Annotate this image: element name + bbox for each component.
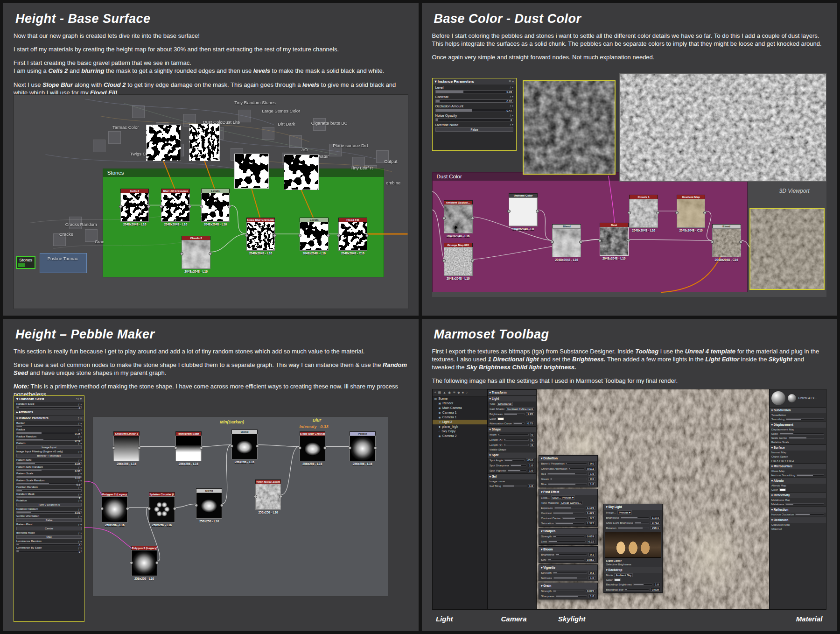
slider-random-seed[interactable]: 0: [16, 406, 82, 409]
section-reflectivity[interactable]: ▾ Reflectivity: [770, 492, 826, 498]
node-clouds-1[interactable]: Clouds 12048x2048 - L16: [629, 195, 658, 232]
row-mode[interactable]: ModeAmbient Sky: [604, 573, 662, 578]
row-image[interactable]: Image...Presets ▾: [604, 510, 662, 515]
slider-noise-opacity[interactable]: 0: [435, 118, 514, 121]
tree-item-render[interactable]: ▣Render: [433, 401, 487, 406]
dropdown-rotation[interactable]: Turn 0 Degrees 0: [16, 503, 82, 507]
row-scale[interactable]: Scale: [770, 432, 826, 436]
row-relative-scale[interactable]: Relative Scale: [770, 440, 826, 444]
row-gel-tiling[interactable]: Gel Tiling1.0: [488, 484, 536, 489]
row-brightness[interactable]: Brightness1.173: [604, 515, 662, 521]
node-blend[interactable]: Blend2048x2048 - L16: [552, 224, 581, 261]
row-strength[interactable]: Strength0.039: [539, 534, 597, 539]
node-levels[interactable]: Levels2048x2048 - L16: [300, 218, 329, 255]
section-transform[interactable]: ▾ Transform: [488, 389, 536, 395]
row-spot-angle[interactable]: Spot Angle65.0: [488, 458, 536, 463]
row-barrel-pincushion[interactable]: Barrel / Pincushion0.0: [539, 461, 597, 466]
node-pebble[interactable]: Pebble256x256 - L16: [350, 431, 376, 466]
panel-title-sharpen[interactable]: ▾ Sharpen: [539, 528, 597, 534]
tree-item-camera-1[interactable]: ◉Camera 1: [433, 410, 487, 415]
node-grunge-map-005[interactable]: Grunge Map 0052048x2048 - L16: [444, 243, 473, 280]
node-uniform-color[interactable]: Uniform Color2048x2048 - L8: [509, 193, 538, 231]
tree-item-main-camera[interactable]: ◉Main Camera: [433, 406, 487, 410]
section-instance-parameters[interactable]: ▾ Instance Parametersƒ ▾: [14, 415, 84, 421]
node-slope-blur-grayscale[interactable]: Slope Blur Grayscale256x256 - L16: [300, 431, 326, 466]
node-clouds-2[interactable]: Clouds 22048x2048 - L16: [182, 236, 210, 273]
node-polygon-2-legacy[interactable]: Polygon 2 (Legacy)256x256 - L16: [131, 546, 157, 580]
node-dust[interactable]: Dust2048x2048 - L16: [600, 223, 629, 260]
tree-item-plane-high[interactable]: ◆plane_high: [433, 424, 487, 429]
row-blue[interactable]: Blue1.0: [539, 482, 597, 487]
row-horizon-smoothing[interactable]: Horizon Smoothing: [770, 473, 826, 478]
section-microsurface[interactable]: ▾ Microsurface: [770, 463, 826, 469]
node-levels[interactable]: Levels2048x2048 - L16: [201, 189, 230, 226]
row-limit[interactable]: Limit0.22: [539, 539, 597, 544]
dropdown-centre-orientation[interactable]: False: [16, 518, 82, 522]
row-metalness[interactable]: Metalness: [770, 502, 826, 507]
tree-item-camera-2[interactable]: ◉Camera 2: [433, 434, 487, 438]
slider-random-mask[interactable]: 1: [16, 496, 82, 499]
node-blur-hq-grayscale[interactable]: Blur HQ Grayscale2048x2048 - L16: [161, 189, 190, 226]
section-attributes[interactable]: ▸ Attributes: [14, 409, 84, 415]
slider-contrast[interactable]: 0.05: [435, 99, 514, 103]
dropdown-image-input-filtering-engine-v5-only[interactable]: Bilinear + Mipmaps: [16, 454, 82, 458]
node-gradient-linear-1[interactable]: Gradient Linear 1256x256 - L16: [113, 431, 140, 466]
row-load[interactable]: Load...Save... Presets ▾: [539, 495, 597, 500]
row-albedo-map[interactable]: Albedo Map: [770, 484, 826, 488]
row-gloss-map[interactable]: Gloss Map: [770, 469, 826, 473]
section-reflection[interactable]: ▾ Reflection: [770, 507, 826, 513]
slider-rotation-random[interactable]: 0.22: [16, 511, 82, 514]
panel-title-grain[interactable]: ▾ Grain: [539, 583, 597, 589]
row-brightness[interactable]: Brightness0.1: [539, 552, 597, 557]
section-occlusion[interactable]: ▾ Occlusion: [770, 517, 826, 523]
row-red[interactable]: Red1.0: [539, 472, 597, 477]
slider-pattern-scale[interactable]: 1.13: [16, 476, 82, 478]
tree-item-scene[interactable]: ▤Scene: [433, 396, 487, 401]
node-splatter-circular-l[interactable]: Splatter Circular (L...256x256 - L16: [149, 492, 175, 527]
row-green[interactable]: Green0.0: [539, 477, 597, 482]
slider-radius[interactable]: 0.38: [16, 432, 82, 434]
row-length-x[interactable]: Length (X)0: [488, 437, 536, 443]
panel-title-bloom[interactable]: ▾ Bloom: [539, 547, 597, 552]
row-length-y[interactable]: Length (Y)0: [488, 443, 536, 448]
row-visible-shape[interactable]: Visible Shape: [488, 448, 536, 452]
row-spot-sharpness[interactable]: Spot Sharpness1.0: [488, 463, 536, 468]
node-slope-blur-grayscale[interactable]: Slope Blur Grayscale2048x2048 - L16: [246, 218, 275, 255]
color-swatch[interactable]: [614, 578, 621, 581]
node-blend[interactable]: Blend256x256 - L16: [231, 430, 258, 464]
row-brightness[interactable]: Brightness1.95: [488, 412, 536, 417]
section-displacement[interactable]: ▾ Displacement: [770, 422, 826, 428]
row-normal-map[interactable]: Normal Map: [770, 451, 826, 455]
row-rotation[interactable]: Rotation298.1: [604, 526, 662, 531]
row-type[interactable]: TypeDirectional: [488, 402, 536, 407]
row-softness[interactable]: Softness1.0: [539, 576, 597, 581]
node-blend[interactable]: Blend2048x2048 - C16: [712, 224, 741, 261]
slider-luminance-random[interactable]: 0: [16, 543, 82, 546]
dropdown-blending-mode[interactable]: Max: [16, 535, 82, 539]
row-contrast-center[interactable]: Contrast Center0.5: [539, 516, 597, 521]
row-chromatic-aberration[interactable]: Chromatic Aberration0.011: [539, 466, 597, 472]
row-object-space[interactable]: Object Space: [770, 455, 826, 459]
section-spot[interactable]: ▾ Spot: [488, 452, 536, 458]
section-gel[interactable]: ▾ Gel: [488, 473, 536, 479]
section-backdrop[interactable]: ▾ Backdrop: [604, 567, 662, 573]
color-swatch[interactable]: [497, 417, 504, 420]
row-color[interactable]: Color: [488, 417, 536, 421]
row-color[interactable]: Color: [604, 578, 662, 582]
node-blend[interactable]: Blend256x256 - L16: [196, 488, 222, 523]
params-header-random-seed[interactable]: ▾ Random Seed⟲ ▾: [14, 396, 84, 402]
row-displacement-map[interactable]: Displacement Map: [770, 428, 826, 432]
section-subdivision[interactable]: ▾ Subdivision: [770, 407, 826, 413]
row-strength[interactable]: Strength0.1: [539, 571, 597, 576]
hdri-preview[interactable]: [605, 532, 661, 558]
slider-pattern-size[interactable]: 0.28: [16, 462, 82, 465]
section-shape[interactable]: ▾ Shape: [488, 426, 536, 432]
graph-badge-stones[interactable]: Stones: [16, 256, 35, 269]
row-channel[interactable]: Channel: [770, 527, 826, 531]
row-spot-vignette[interactable]: Spot Vignette1.0: [488, 468, 536, 473]
panel-title-vignette[interactable]: ▾ Vignette: [539, 565, 597, 571]
dropdown-override-noise[interactable]: False: [435, 127, 514, 132]
row-child-light-brightness[interactable]: Child Light Brightness0.712: [604, 521, 662, 526]
row-size[interactable]: Size0.062: [539, 557, 597, 563]
row-exposure[interactable]: Exposure1.175: [539, 506, 597, 511]
